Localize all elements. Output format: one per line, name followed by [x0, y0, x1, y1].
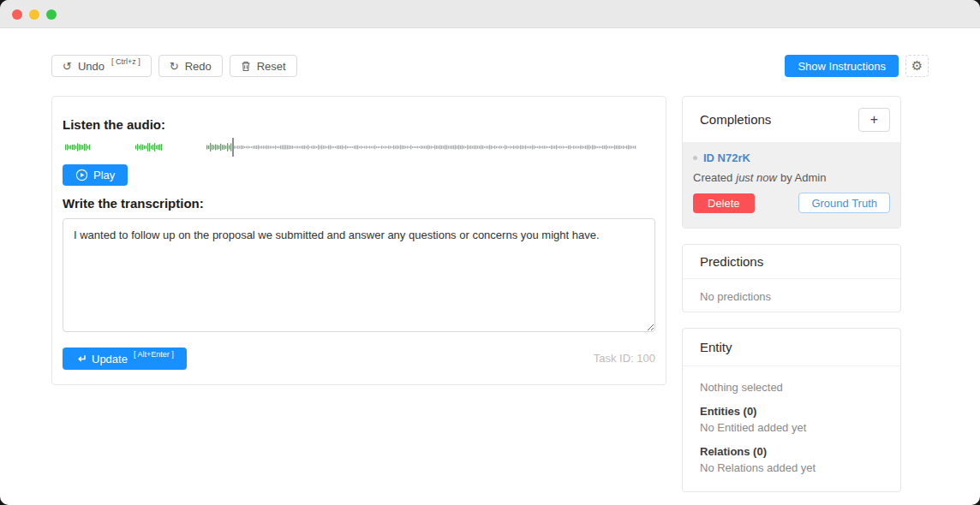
undo-hotkey: [ Ctrl+z ]: [111, 57, 140, 66]
entities-count-header: Entities (0): [700, 405, 883, 418]
show-instructions-label: Show Instructions: [798, 60, 886, 73]
predictions-empty-text: No predictions: [700, 290, 883, 303]
created-prefix: Created: [693, 171, 732, 184]
toolbar-right: Show Instructions ⚙: [785, 55, 929, 77]
redo-button[interactable]: ↻ Redo: [158, 55, 223, 77]
undo-icon: ↺: [63, 61, 72, 72]
entity-title: Entity: [700, 340, 732, 354]
settings-button[interactable]: ⚙: [905, 55, 929, 77]
close-window-button[interactable]: [12, 9, 22, 20]
completion-id-link[interactable]: ID N72rK: [703, 152, 750, 164]
completion-bullet-icon: [693, 156, 697, 160]
app-window: ↺ Undo [ Ctrl+z ] ↻ Redo Reset Show Inst…: [0, 0, 980, 505]
audio-waveform[interactable]: [63, 137, 638, 157]
toolbar: ↺ Undo [ Ctrl+z ] ↻ Redo Reset: [51, 55, 297, 77]
plus-icon: +: [870, 112, 878, 128]
play-label: Play: [93, 169, 115, 181]
completion-id-row: ID N72rK: [693, 152, 890, 164]
relations-count-header: Relations (0): [700, 445, 883, 458]
completions-panel: Completions + ID N72rK Created just now …: [682, 96, 901, 229]
play-button[interactable]: Play: [63, 164, 128, 186]
entity-panel: Entity Nothing selected Entities (0) No …: [682, 328, 901, 492]
ground-truth-button[interactable]: Ground Truth: [798, 193, 890, 213]
created-time: just now: [736, 171, 777, 184]
transcription-section-title: Write the transcription:: [63, 196, 204, 211]
completion-actions: Delete Ground Truth: [693, 193, 890, 213]
entity-nothing-selected: Nothing selected: [700, 381, 883, 394]
add-completion-button[interactable]: +: [858, 108, 890, 132]
redo-icon: ↻: [170, 61, 179, 72]
completions-title: Completions: [700, 112, 771, 127]
relations-empty-text: No Relations added yet: [700, 461, 883, 474]
predictions-panel: Predictions No predictions: [682, 244, 901, 312]
completion-created-text: Created just now by Admin: [693, 171, 890, 184]
trash-icon: [241, 61, 251, 72]
undo-button[interactable]: ↺ Undo [ Ctrl+z ]: [51, 55, 152, 77]
play-icon: [75, 169, 88, 181]
maximize-window-button[interactable]: [46, 9, 57, 20]
completions-header: Completions +: [683, 97, 900, 143]
predictions-header: Predictions: [683, 245, 900, 279]
task-id: Task ID: 100: [594, 352, 655, 365]
update-label: Update: [92, 353, 128, 365]
undo-label: Undo: [78, 60, 105, 73]
completion-item[interactable]: ID N72rK Created just now by Admin Delet…: [683, 143, 900, 229]
transcription-textarea[interactable]: I wanted to follow up on the proposal we…: [63, 218, 655, 332]
created-author: by Admin: [780, 171, 826, 184]
minimize-window-button[interactable]: [29, 9, 39, 20]
enter-icon: [75, 354, 87, 364]
update-button[interactable]: Update [ Alt+Enter ]: [63, 348, 187, 370]
predictions-title: Predictions: [700, 254, 763, 269]
update-hotkey: [ Alt+Enter ]: [134, 350, 174, 359]
reset-button[interactable]: Reset: [230, 55, 297, 77]
show-instructions-button[interactable]: Show Instructions: [785, 55, 899, 77]
task-card: Listen the audio: Play Write the transcr…: [51, 96, 666, 385]
entities-empty-text: No Entitied added yet: [700, 421, 883, 434]
gear-icon: ⚙: [911, 58, 923, 74]
audio-section-title: Listen the audio:: [63, 117, 165, 132]
title-bar: [0, 0, 980, 28]
reset-label: Reset: [257, 60, 286, 73]
entity-header: Entity: [683, 329, 900, 366]
redo-label: Redo: [185, 60, 212, 73]
delete-completion-button[interactable]: Delete: [693, 193, 755, 213]
